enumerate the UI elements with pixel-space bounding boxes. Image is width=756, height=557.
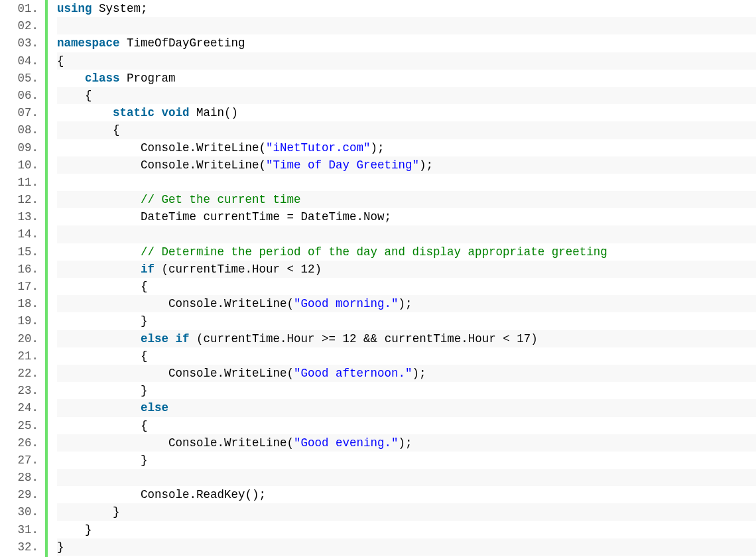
line-number: 06. bbox=[0, 87, 38, 104]
line-number: 01. bbox=[0, 0, 38, 17]
line-number: 25. bbox=[0, 417, 38, 434]
code-text: ); bbox=[371, 141, 385, 155]
code-text: } bbox=[57, 523, 92, 536]
code-line: } bbox=[57, 312, 756, 330]
line-number: 02. bbox=[0, 17, 38, 34]
line-number: 20. bbox=[0, 330, 38, 347]
code-content[interactable]: using System; namespace TimeOfDayGreetin… bbox=[48, 0, 756, 557]
line-number: 19. bbox=[0, 312, 38, 330]
keyword: if bbox=[176, 332, 190, 345]
keyword: namespace bbox=[57, 36, 120, 50]
string-literal: "Good morning." bbox=[294, 297, 399, 310]
string-literal: "iNetTutor.com" bbox=[266, 141, 371, 155]
code-text: Main() bbox=[190, 106, 239, 119]
code-line: { bbox=[57, 121, 756, 139]
code-line bbox=[57, 225, 756, 243]
keyword: if bbox=[141, 263, 155, 276]
code-line bbox=[57, 469, 756, 486]
code-line: } bbox=[57, 521, 756, 538]
code-line: Console.WriteLine("iNetTutor.com"); bbox=[57, 139, 756, 156]
line-number: 30. bbox=[0, 503, 38, 521]
line-number: 18. bbox=[0, 295, 38, 312]
code-text bbox=[57, 106, 113, 119]
code-line: class Program bbox=[57, 70, 756, 87]
line-number: 16. bbox=[0, 261, 38, 278]
keyword: using bbox=[57, 2, 92, 15]
code-text: { bbox=[57, 280, 148, 293]
code-text: ); bbox=[419, 158, 433, 172]
line-number: 15. bbox=[0, 243, 38, 261]
code-line: { bbox=[57, 52, 756, 70]
code-text bbox=[168, 332, 176, 345]
code-line: // Determine the period of the day and d… bbox=[57, 243, 756, 261]
code-line: static void Main() bbox=[57, 104, 756, 121]
comment: // Get the current time bbox=[141, 193, 301, 206]
code-text: DateTime currentTime = DateTime.Now; bbox=[57, 210, 391, 223]
line-number: 24. bbox=[0, 399, 38, 416]
code-editor: 01. 02. 03. 04. 05. 06. 07. 08. 09. 10. … bbox=[0, 0, 756, 557]
code-text: } bbox=[57, 505, 120, 519]
string-literal: "Time of Day Greeting" bbox=[266, 158, 419, 172]
code-text: } bbox=[57, 314, 148, 328]
code-line: } bbox=[57, 382, 756, 399]
code-line: Console.WriteLine("Good morning."); bbox=[57, 295, 756, 312]
code-line: } bbox=[57, 538, 756, 556]
code-text: (currentTime.Hour < 12) bbox=[155, 263, 322, 276]
code-text: Console.WriteLine( bbox=[57, 436, 294, 450]
code-text: { bbox=[57, 349, 148, 363]
code-line: Console.WriteLine("Time of Day Greeting"… bbox=[57, 156, 756, 174]
string-literal: "Good afternoon." bbox=[294, 367, 412, 380]
code-text: Console.ReadKey(); bbox=[57, 488, 266, 501]
keyword: void bbox=[162, 106, 190, 119]
line-number: 23. bbox=[0, 382, 38, 399]
line-number: 07. bbox=[0, 104, 38, 121]
code-text bbox=[57, 193, 141, 206]
code-line: } bbox=[57, 503, 756, 521]
code-text: Program bbox=[120, 72, 176, 85]
code-line: DateTime currentTime = DateTime.Now; bbox=[57, 208, 756, 225]
code-text bbox=[155, 106, 162, 119]
string-literal: "Good evening." bbox=[294, 436, 399, 450]
code-line: Console.WriteLine("Good afternoon."); bbox=[57, 365, 756, 382]
line-number: 03. bbox=[0, 34, 38, 52]
code-line: namespace TimeOfDayGreeting bbox=[57, 34, 756, 52]
line-number: 10. bbox=[0, 156, 38, 174]
code-text: (currentTime.Hour >= 12 && currentTime.H… bbox=[190, 332, 538, 345]
line-number: 28. bbox=[0, 469, 38, 486]
code-line bbox=[57, 17, 756, 34]
line-number: 13. bbox=[0, 208, 38, 225]
line-number: 14. bbox=[0, 225, 38, 243]
code-line: } bbox=[57, 452, 756, 469]
code-text: ); bbox=[412, 367, 426, 380]
line-number-gutter: 01. 02. 03. 04. 05. 06. 07. 08. 09. 10. … bbox=[0, 0, 48, 557]
line-number: 29. bbox=[0, 486, 38, 503]
code-text: { bbox=[57, 419, 148, 432]
code-line: { bbox=[57, 347, 756, 365]
code-text bbox=[57, 332, 141, 345]
code-line: else if (currentTime.Hour >= 12 && curre… bbox=[57, 330, 756, 347]
code-text: ); bbox=[399, 297, 412, 310]
line-number: 27. bbox=[0, 452, 38, 469]
line-number: 17. bbox=[0, 278, 38, 295]
line-number: 09. bbox=[0, 139, 38, 156]
code-line: { bbox=[57, 87, 756, 104]
code-text: { bbox=[57, 54, 64, 68]
code-text: { bbox=[57, 89, 92, 102]
code-text: TimeOfDayGreeting bbox=[120, 36, 245, 50]
code-text: } bbox=[57, 454, 148, 467]
code-line: Console.ReadKey(); bbox=[57, 486, 756, 503]
line-number: 21. bbox=[0, 347, 38, 365]
code-text: } bbox=[57, 384, 148, 397]
code-text: Console.WriteLine( bbox=[57, 141, 266, 155]
line-number: 11. bbox=[0, 174, 38, 191]
code-line: // Get the current time bbox=[57, 191, 756, 208]
line-number: 04. bbox=[0, 52, 38, 70]
code-text bbox=[57, 245, 141, 259]
code-text: Console.WriteLine( bbox=[57, 297, 294, 310]
code-line: { bbox=[57, 278, 756, 295]
code-text: Console.WriteLine( bbox=[57, 367, 294, 380]
keyword: class bbox=[85, 72, 120, 85]
keyword: else bbox=[141, 332, 168, 345]
code-line: using System; bbox=[57, 0, 756, 17]
code-text: { bbox=[57, 123, 120, 137]
